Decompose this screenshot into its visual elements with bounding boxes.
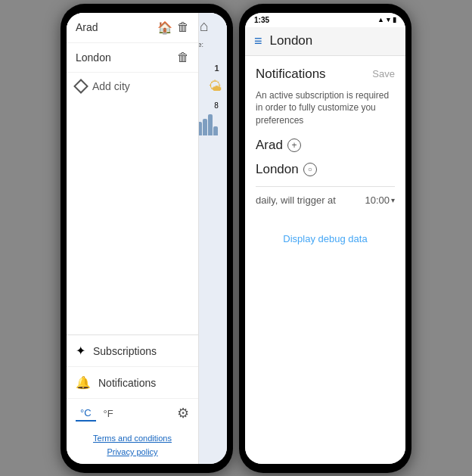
right-status-bar: 1:35 ▲ ▾ ▮	[245, 13, 405, 27]
notif-description: An active subscription is required in or…	[256, 89, 395, 127]
notif-city-london: London ○	[256, 162, 395, 177]
celsius-button[interactable]: °C	[76, 406, 96, 422]
arad-plus-icon[interactable]: +	[287, 138, 301, 152]
notif-title: Notifications	[256, 67, 326, 82]
trigger-dropdown-icon: ▾	[391, 196, 395, 204]
city-item-arad[interactable]: Arad 🏠 🗑	[67, 13, 198, 43]
settings-icon[interactable]: ⚙	[177, 405, 189, 422]
london-check-icon[interactable]: ○	[303, 163, 317, 176]
left-bottom-menu: ✦ Subscriptions 🔔 Notifications °C °F ⚙ …	[67, 334, 198, 463]
subscriptions-label: Subscriptions	[93, 345, 157, 357]
notifications-label: Notifications	[98, 377, 156, 389]
menu-icon[interactable]: ≡	[254, 33, 262, 49]
delete-icon-arad[interactable]: 🗑	[177, 20, 189, 34]
save-button[interactable]: Save	[372, 68, 395, 79]
add-city[interactable]: Add city	[67, 73, 198, 100]
trigger-row: daily, will trigger at 10:00 ▾	[256, 186, 395, 213]
r-wifi-icon: ▾	[387, 16, 390, 23]
header-title: London	[270, 33, 313, 48]
right-status-icons: ▲ ▾ ▮	[377, 16, 396, 23]
r-signal-icon: ▲	[377, 16, 384, 23]
home-icon-arad[interactable]: 🏠	[157, 20, 172, 35]
debug-link[interactable]: Display debug data	[256, 233, 395, 244]
notifications-panel: Notifications Save An active subscriptio…	[245, 56, 405, 464]
peek-sun-2: 🌤	[209, 79, 222, 95]
bar-5	[203, 119, 207, 135]
subscriptions-icon: ✦	[76, 344, 85, 358]
temp-toggle: °C °F ⚙	[67, 399, 198, 428]
peek-temp-2: 8	[214, 101, 219, 110]
privacy-link[interactable]: Privacy policy	[76, 446, 189, 459]
right-time: 1:35	[254, 16, 269, 24]
bar-6	[208, 114, 213, 135]
left-phone: 1:35 ▲ ▾ ▮ Arad 🏠 🗑	[61, 4, 233, 473]
notifications-item[interactable]: 🔔 Notifications	[67, 367, 198, 399]
r-battery-icon: ▮	[393, 16, 396, 23]
bar-7	[213, 126, 218, 135]
diamond-icon	[73, 79, 88, 94]
app-header: ≡ London	[245, 27, 405, 56]
left-screen: 1:35 ▲ ▾ ▮ Arad 🏠 🗑	[67, 13, 227, 464]
fahrenheit-button[interactable]: °F	[99, 406, 118, 421]
notif-city-arad: Arad +	[256, 138, 395, 153]
london-icons: 🗑	[177, 51, 189, 64]
notif-header: Notifications Save	[256, 67, 395, 82]
right-screen: 1:35 ▲ ▾ ▮ ≡ London Notifications Save A…	[245, 13, 405, 464]
subscriptions-item[interactable]: ✦ Subscriptions	[67, 335, 198, 367]
city-item-london[interactable]: London 🗑	[67, 43, 198, 73]
notifications-icon: 🔔	[76, 375, 91, 390]
add-city-label: Add city	[92, 80, 130, 92]
delete-icon-london[interactable]: 🗑	[177, 51, 189, 64]
terms-link[interactable]: Terms and conditions	[76, 432, 189, 446]
city-name-london: London	[76, 51, 111, 64]
trigger-time-value: 10:00	[365, 194, 390, 206]
links-section: Terms and conditions Privacy policy	[67, 428, 198, 463]
notif-london-name: London	[256, 162, 299, 177]
left-panel: Arad 🏠 🗑 London 🗑 Add city	[67, 13, 199, 464]
right-phone: 1:35 ▲ ▾ ▮ ≡ London Notifications Save A…	[239, 4, 411, 473]
city-name-arad: Arad	[76, 21, 98, 33]
trigger-label: daily, will trigger at	[256, 194, 336, 206]
peek-date-2: 1	[214, 64, 219, 73]
arad-icons: 🏠 🗑	[157, 20, 189, 35]
notif-arad-name: Arad	[256, 138, 283, 153]
trigger-time[interactable]: 10:00 ▾	[365, 194, 395, 206]
